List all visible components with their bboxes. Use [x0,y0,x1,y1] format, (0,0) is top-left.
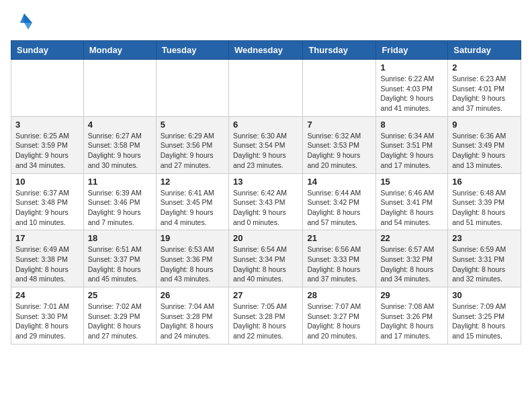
day-info: Sunrise: 6:56 AM Sunset: 3:33 PM Dayligh… [307,244,371,284]
day-cell: 7Sunrise: 6:32 AM Sunset: 3:53 PM Daylig… [303,116,376,173]
day-cell: 26Sunrise: 7:04 AM Sunset: 3:28 PM Dayli… [156,287,228,345]
day-info: Sunrise: 6:44 AM Sunset: 3:42 PM Dayligh… [307,188,371,228]
day-info: Sunrise: 6:54 AM Sunset: 3:34 PM Dayligh… [233,244,298,284]
day-info: Sunrise: 6:34 AM Sunset: 3:51 PM Dayligh… [380,131,443,171]
day-number: 3 [15,120,79,130]
day-number: 26 [161,290,224,300]
day-info: Sunrise: 7:09 AM Sunset: 3:25 PM Dayligh… [452,302,517,341]
day-cell: 14Sunrise: 6:44 AM Sunset: 3:42 PM Dayli… [303,173,376,230]
day-number: 4 [88,120,152,130]
day-info: Sunrise: 6:46 AM Sunset: 3:41 PM Dayligh… [380,188,443,228]
week-row-4: 24Sunrise: 7:01 AM Sunset: 3:30 PM Dayli… [11,287,521,345]
header-cell-sunday: Sunday [11,41,84,60]
day-info: Sunrise: 7:08 AM Sunset: 3:26 PM Dayligh… [380,302,443,341]
day-number: 22 [380,233,443,243]
header-cell-wednesday: Wednesday [228,41,302,60]
day-info: Sunrise: 6:39 AM Sunset: 3:46 PM Dayligh… [88,188,152,228]
day-cell: 5Sunrise: 6:29 AM Sunset: 3:56 PM Daylig… [156,116,228,173]
day-info: Sunrise: 6:51 AM Sunset: 3:37 PM Dayligh… [88,244,152,284]
day-number: 19 [161,233,224,243]
day-number: 10 [15,177,79,187]
day-cell: 22Sunrise: 6:57 AM Sunset: 3:32 PM Dayli… [376,230,448,287]
day-number: 12 [161,177,224,187]
day-cell: 19Sunrise: 6:53 AM Sunset: 3:36 PM Dayli… [156,230,228,287]
day-number: 24 [15,290,79,300]
svg-marker-1 [24,23,32,30]
day-info: Sunrise: 6:42 AM Sunset: 3:43 PM Dayligh… [233,188,298,228]
day-number: 27 [233,290,298,300]
day-info: Sunrise: 7:07 AM Sunset: 3:27 PM Dayligh… [307,302,371,341]
day-info: Sunrise: 6:25 AM Sunset: 3:59 PM Dayligh… [15,131,79,171]
day-info: Sunrise: 6:30 AM Sunset: 3:54 PM Dayligh… [233,131,298,171]
day-cell: 10Sunrise: 6:37 AM Sunset: 3:48 PM Dayli… [11,173,84,230]
day-number: 20 [233,233,298,243]
page-header [11,11,521,35]
day-cell: 9Sunrise: 6:36 AM Sunset: 3:49 PM Daylig… [448,116,521,173]
day-cell [303,60,376,117]
day-cell: 8Sunrise: 6:34 AM Sunset: 3:51 PM Daylig… [376,116,448,173]
day-number: 25 [88,290,152,300]
header-cell-tuesday: Tuesday [156,41,228,60]
day-cell: 28Sunrise: 7:07 AM Sunset: 3:27 PM Dayli… [303,287,376,345]
header-row: SundayMondayTuesdayWednesdayThursdayFrid… [11,41,521,60]
day-info: Sunrise: 6:53 AM Sunset: 3:36 PM Dayligh… [161,244,224,284]
day-cell: 11Sunrise: 6:39 AM Sunset: 3:46 PM Dayli… [83,173,156,230]
calendar-header: SundayMondayTuesdayWednesdayThursdayFrid… [11,41,521,60]
day-number: 29 [380,290,443,300]
day-info: Sunrise: 6:41 AM Sunset: 3:45 PM Dayligh… [161,188,224,228]
logo [11,11,38,35]
day-number: 17 [15,233,79,243]
svg-marker-0 [24,13,32,23]
day-info: Sunrise: 6:48 AM Sunset: 3:39 PM Dayligh… [452,188,517,228]
day-number: 15 [380,177,443,187]
day-number: 28 [307,290,371,300]
day-cell: 25Sunrise: 7:02 AM Sunset: 3:29 PM Dayli… [83,287,156,345]
day-cell: 18Sunrise: 6:51 AM Sunset: 3:37 PM Dayli… [83,230,156,287]
day-cell: 17Sunrise: 6:49 AM Sunset: 3:38 PM Dayli… [11,230,84,287]
day-info: Sunrise: 7:02 AM Sunset: 3:29 PM Dayligh… [88,302,152,341]
header-cell-friday: Friday [376,41,448,60]
day-cell: 15Sunrise: 6:46 AM Sunset: 3:41 PM Dayli… [376,173,448,230]
day-number: 6 [233,120,298,130]
day-cell: 3Sunrise: 6:25 AM Sunset: 3:59 PM Daylig… [11,116,84,173]
day-number: 23 [452,233,517,243]
day-cell: 23Sunrise: 6:59 AM Sunset: 3:31 PM Dayli… [448,230,521,287]
day-number: 16 [452,177,517,187]
day-cell [83,60,156,117]
day-number: 21 [307,233,371,243]
day-number: 8 [380,120,443,130]
day-cell: 20Sunrise: 6:54 AM Sunset: 3:34 PM Dayli… [228,230,302,287]
day-cell: 4Sunrise: 6:27 AM Sunset: 3:58 PM Daylig… [83,116,156,173]
header-cell-saturday: Saturday [448,41,521,60]
day-number: 14 [307,177,371,187]
day-cell: 1Sunrise: 6:22 AM Sunset: 4:03 PM Daylig… [376,60,448,117]
day-number: 30 [452,290,517,300]
week-row-3: 17Sunrise: 6:49 AM Sunset: 3:38 PM Dayli… [11,230,521,287]
day-cell: 16Sunrise: 6:48 AM Sunset: 3:39 PM Dayli… [448,173,521,230]
day-info: Sunrise: 6:49 AM Sunset: 3:38 PM Dayligh… [15,244,79,284]
day-number: 9 [452,120,517,130]
day-number: 2 [452,62,517,73]
day-cell: 21Sunrise: 6:56 AM Sunset: 3:33 PM Dayli… [303,230,376,287]
day-number: 13 [233,177,298,187]
day-number: 1 [380,62,443,73]
day-cell: 12Sunrise: 6:41 AM Sunset: 3:45 PM Dayli… [156,173,228,230]
day-cell [228,60,302,117]
week-row-1: 3Sunrise: 6:25 AM Sunset: 3:59 PM Daylig… [11,116,521,173]
logo-icon [11,11,35,35]
header-cell-monday: Monday [83,41,156,60]
day-cell: 13Sunrise: 6:42 AM Sunset: 3:43 PM Dayli… [228,173,302,230]
day-info: Sunrise: 6:23 AM Sunset: 4:01 PM Dayligh… [452,74,517,113]
day-info: Sunrise: 6:37 AM Sunset: 3:48 PM Dayligh… [15,188,79,228]
day-number: 5 [161,120,224,130]
week-row-0: 1Sunrise: 6:22 AM Sunset: 4:03 PM Daylig… [11,60,521,117]
day-cell: 27Sunrise: 7:05 AM Sunset: 3:28 PM Dayli… [228,287,302,345]
day-cell [11,60,84,117]
day-info: Sunrise: 6:36 AM Sunset: 3:49 PM Dayligh… [452,131,517,171]
week-row-2: 10Sunrise: 6:37 AM Sunset: 3:48 PM Dayli… [11,173,521,230]
day-cell [156,60,228,117]
day-cell: 6Sunrise: 6:30 AM Sunset: 3:54 PM Daylig… [228,116,302,173]
day-info: Sunrise: 6:27 AM Sunset: 3:58 PM Dayligh… [88,131,152,171]
day-number: 11 [88,177,152,187]
day-cell: 24Sunrise: 7:01 AM Sunset: 3:30 PM Dayli… [11,287,84,345]
